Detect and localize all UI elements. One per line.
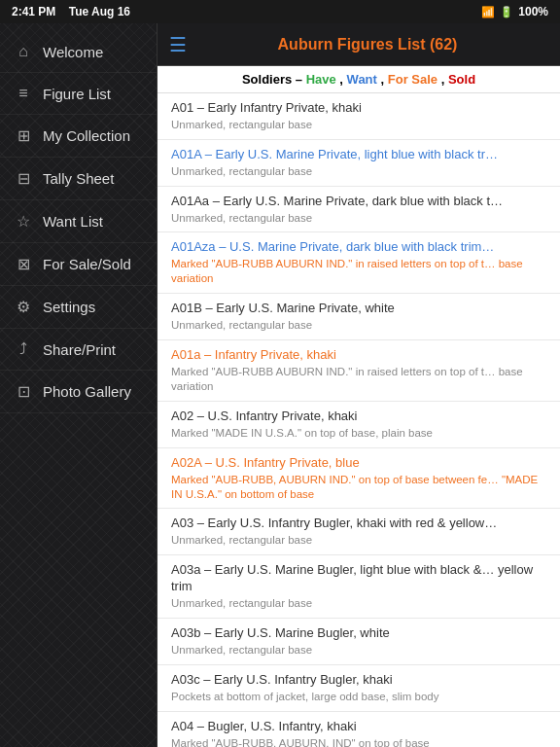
sidebar-icon-photo-gallery: ⊡ [14, 382, 33, 401]
item-sub-a03: Unmarked, rectangular base [171, 533, 546, 548]
sidebar-label-for-sale-sold: For Sale/Sold [43, 256, 131, 272]
item-sub-a03c: Pockets at bottom of jacket, large odd b… [171, 690, 546, 704]
sidebar-item-my-collection[interactable]: ⊞ My Collection [0, 115, 157, 158]
item-title-a01aza: A01Aza – U.S. Marine Private, dark blue … [171, 239, 546, 256]
battery-percent: 100% [518, 5, 548, 18]
content-area: ☰ Auburn Figures List (62) Soldiers – Ha… [158, 23, 560, 747]
list-item-a04[interactable]: A04 – Bugler, U.S. Infantry, khaki Marke… [158, 712, 560, 747]
item-title-a01: A01 – Early Infantry Private, khaki [171, 100, 546, 117]
legend-prefix: Soldiers – [242, 72, 306, 87]
status-indicators: 📶 🔋 100% [481, 5, 548, 18]
item-title-a01a: A01A – Early U.S. Marine Private, light … [171, 147, 546, 163]
item-title-a01b: A01B – Early U.S. Marine Private, white [171, 301, 546, 317]
sidebar-label-figure-list: Figure List [43, 86, 111, 102]
sidebar-item-welcome[interactable]: ⌂ Welcome [0, 31, 157, 73]
list-item-a03b[interactable]: A03b – Early U.S. Marine Bugler, white U… [158, 619, 560, 665]
item-title-a02: A02 – U.S. Infantry Private, khaki [171, 409, 546, 425]
list-item-a01[interactable]: A01 – Early Infantry Private, khaki Unma… [158, 93, 560, 140]
header: ☰ Auburn Figures List (62) [158, 23, 560, 66]
main-layout: ⌂ Welcome ≡ Figure List ⊞ My Collection … [0, 23, 560, 747]
item-sub-a01aza: Marked "AUB-RUBB AUBURN IND." in raised … [171, 257, 546, 286]
item-sub-a04: Marked "AUB-RUBB, AUBURN, IND" on top of… [171, 736, 546, 747]
sidebar-icon-figure-list: ≡ [14, 85, 33, 102]
list-item-a01aa[interactable]: A01Aa – Early U.S. Marine Private, dark … [158, 187, 560, 233]
legend-want: Want [347, 72, 377, 87]
sidebar-label-photo-gallery: Photo Gallery [43, 383, 131, 400]
figure-list[interactable]: A01 – Early Infantry Private, khaki Unma… [158, 93, 560, 747]
list-item-a01a[interactable]: A01A – Early U.S. Marine Private, light … [158, 140, 560, 187]
item-title-a01aa: A01Aa – Early U.S. Marine Private, dark … [171, 194, 546, 210]
status-bar: 2:41 PM Tue Aug 16 📶 🔋 100% [0, 0, 560, 23]
item-sub-a01aa: Unmarked, rectangular base [171, 211, 546, 226]
list-item-a03[interactable]: A03 – Early U.S. Infantry Bugler, khaki … [158, 509, 560, 555]
list-item-a01a2[interactable]: A01a – Infantry Private, khaki Marked "A… [158, 340, 560, 402]
item-title-a03c: A03c – Early U.S. Infantry Bugler, khaki [171, 672, 546, 689]
sidebar-icon-want-list: ☆ [14, 212, 33, 231]
header-title: Auburn Figures List (62) [187, 36, 548, 53]
list-item-a01b[interactable]: A01B – Early U.S. Marine Private, white … [158, 294, 560, 340]
sidebar-icon-welcome: ⌂ [14, 43, 33, 60]
list-item-a02a[interactable]: A02A – U.S. Infantry Private, blue Marke… [158, 448, 560, 510]
sidebar-label-settings: Settings [43, 299, 95, 315]
battery-icon: 🔋 [500, 6, 513, 18]
item-sub-a01a2: Marked "AUB-RUBB AUBURN IND." in raised … [171, 365, 546, 394]
item-sub-a01: Unmarked, rectangular base [171, 118, 546, 132]
item-sub-a02a: Marked "AUB-RUBB, AUBURN IND." on top of… [171, 473, 546, 502]
list-item-a02[interactable]: A02 – U.S. Infantry Private, khaki Marke… [158, 402, 560, 448]
legend-row: Soldiers – Have , Want , For Sale , Sold [158, 66, 560, 93]
sidebar-icon-share-print: ⤴ [14, 340, 33, 358]
sidebar-item-want-list[interactable]: ☆ Want List [0, 200, 157, 243]
sidebar-item-share-print[interactable]: ⤴ Share/Print [0, 329, 157, 371]
item-title-a01a2: A01a – Infantry Private, khaki [171, 347, 546, 364]
item-title-a03a: A03a – Early U.S. Marine Bugler, light b… [171, 562, 546, 595]
hamburger-button[interactable]: ☰ [169, 33, 187, 56]
sidebar-label-want-list: Want List [43, 213, 103, 230]
item-title-a03: A03 – Early U.S. Infantry Bugler, khaki … [171, 516, 546, 532]
list-item-a01aza[interactable]: A01Aza – U.S. Marine Private, dark blue … [158, 232, 560, 294]
sidebar-item-tally-sheet[interactable]: ⊟ Tally Sheet [0, 158, 157, 200]
list-item-a03a[interactable]: A03a – Early U.S. Marine Bugler, light b… [158, 555, 560, 619]
sidebar-item-settings[interactable]: ⚙ Settings [0, 286, 157, 329]
sidebar-icon-my-collection: ⊞ [14, 126, 33, 145]
item-sub-a01a: Unmarked, rectangular base [171, 164, 546, 179]
list-item-a03c[interactable]: A03c – Early U.S. Infantry Bugler, khaki… [158, 665, 560, 712]
sidebar-icon-tally-sheet: ⊟ [14, 169, 33, 188]
sidebar-label-tally-sheet: Tally Sheet [43, 170, 114, 187]
sidebar-item-for-sale-sold[interactable]: ⊠ For Sale/Sold [0, 243, 157, 286]
sidebar-icon-for-sale-sold: ⊠ [14, 255, 33, 273]
sidebar-label-share-print: Share/Print [43, 341, 116, 358]
status-time-date: 2:41 PM Tue Aug 16 [12, 5, 130, 18]
wifi-icon: 📶 [481, 6, 495, 18]
sidebar-icon-settings: ⚙ [14, 298, 33, 316]
sidebar: ⌂ Welcome ≡ Figure List ⊞ My Collection … [0, 23, 158, 747]
sidebar-label-welcome: Welcome [43, 44, 103, 60]
item-sub-a03a: Unmarked, rectangular base [171, 596, 546, 611]
status-date: Tue Aug 16 [69, 5, 130, 18]
sidebar-nav: ⌂ Welcome ≡ Figure List ⊞ My Collection … [0, 23, 157, 747]
item-sub-a03b: Unmarked, rectangular base [171, 643, 546, 658]
sidebar-item-photo-gallery[interactable]: ⊡ Photo Gallery [0, 371, 157, 413]
item-title-a04: A04 – Bugler, U.S. Infantry, khaki [171, 719, 546, 735]
sidebar-label-my-collection: My Collection [43, 127, 130, 144]
item-title-a02a: A02A – U.S. Infantry Private, blue [171, 455, 546, 472]
sidebar-item-figure-list[interactable]: ≡ Figure List [0, 73, 157, 115]
legend-for-sale: For Sale [388, 72, 438, 87]
item-sub-a01b: Unmarked, rectangular base [171, 318, 546, 333]
status-time: 2:41 PM [12, 5, 55, 18]
legend-have: Have [306, 72, 336, 87]
legend-sold: Sold [448, 72, 475, 87]
item-title-a03b: A03b – Early U.S. Marine Bugler, white [171, 625, 546, 642]
item-sub-a02: Marked "MADE IN U.S.A." on top of base, … [171, 426, 546, 441]
